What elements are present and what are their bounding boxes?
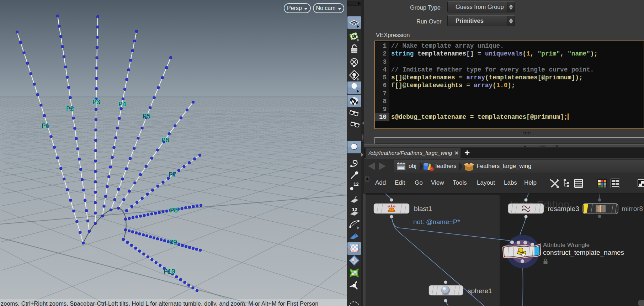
svg-text:P10: P10 bbox=[164, 268, 175, 276]
svg-text:Attribute Wrangle: Attribute Wrangle bbox=[543, 242, 590, 248]
svg-text:resample3: resample3 bbox=[548, 205, 579, 212]
svg-text:not: @name=P*: not: @name=P* bbox=[413, 218, 460, 226]
svg-text:sphere1: sphere1 bbox=[468, 287, 492, 295]
svg-text:P2: P2 bbox=[66, 105, 74, 113]
svg-text:P5: P5 bbox=[143, 113, 150, 121]
svg-text:blast1: blast1 bbox=[414, 205, 432, 212]
svg-text:P3: P3 bbox=[92, 99, 100, 106]
svg-text:12: 12 bbox=[353, 181, 358, 187]
svg-text:construct_template_names: construct_template_names bbox=[543, 249, 624, 257]
svg-text:P7: P7 bbox=[169, 171, 176, 179]
svg-text:P4: P4 bbox=[118, 101, 126, 109]
svg-text:P8: P8 bbox=[170, 207, 178, 215]
svg-text:12: 12 bbox=[352, 207, 357, 212]
svg-text:P9: P9 bbox=[169, 239, 177, 247]
svg-text:P1: P1 bbox=[42, 122, 49, 130]
svg-text:P6: P6 bbox=[161, 137, 169, 144]
svg-text:mirror8: mirror8 bbox=[622, 205, 643, 212]
